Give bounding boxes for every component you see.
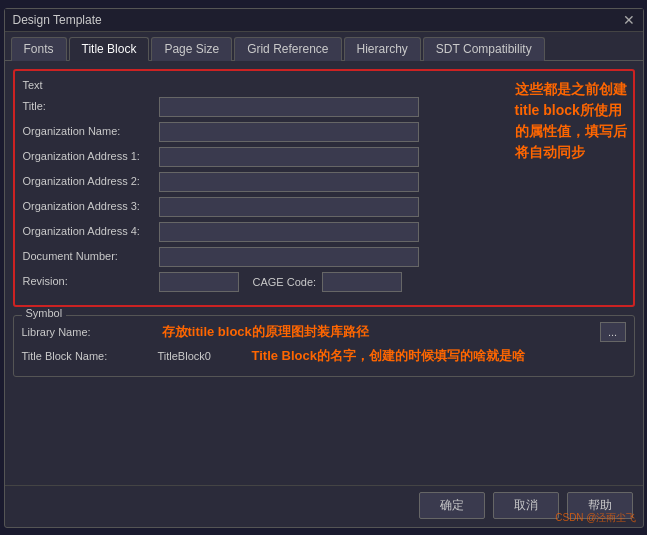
- revision-input[interactable]: [159, 272, 239, 292]
- tab-grid-reference[interactable]: Grid Reference: [234, 37, 341, 61]
- footer: 确定 取消 帮助: [5, 485, 643, 527]
- titleblock-name-value: TitleBlock0: [158, 350, 238, 362]
- title-bar: Design Template ✕: [5, 9, 643, 32]
- main-window: Design Template ✕ Fonts Title Block Page…: [4, 8, 644, 528]
- org-addr2-input[interactable]: [159, 172, 419, 192]
- cage-code-label: CAGE Code:: [253, 276, 317, 288]
- titleblock-row: Title Block Name: TitleBlock0 Title Bloc…: [22, 347, 626, 365]
- window-title: Design Template: [13, 13, 102, 27]
- tab-fonts[interactable]: Fonts: [11, 37, 67, 61]
- symbol-section-title: Symbol: [22, 307, 67, 319]
- library-annotation: 存放titile block的原理图封装库路径: [162, 323, 594, 341]
- text-section-label: Text: [23, 79, 625, 91]
- revision-label: Revision:: [23, 274, 153, 288]
- org-addr4-label: Organization Address 4:: [23, 224, 153, 238]
- browse-button[interactable]: ...: [600, 322, 626, 342]
- title-row: Title:: [23, 97, 625, 117]
- org-name-input[interactable]: [159, 122, 419, 142]
- tab-hierarchy[interactable]: Hierarchy: [344, 37, 421, 61]
- tab-page-size[interactable]: Page Size: [151, 37, 232, 61]
- org-addr4-row: Organization Address 4:: [23, 222, 625, 242]
- close-button[interactable]: ✕: [623, 13, 635, 27]
- cancel-button[interactable]: 取消: [493, 492, 559, 519]
- titleblock-label: Title Block Name:: [22, 350, 152, 362]
- org-addr1-input[interactable]: [159, 147, 419, 167]
- org-addr3-row: Organization Address 3:: [23, 197, 625, 217]
- tab-bar: Fonts Title Block Page Size Grid Referen…: [5, 32, 643, 61]
- title-label: Title:: [23, 99, 153, 113]
- org-addr1-label: Organization Address 1:: [23, 149, 153, 163]
- content-area: Text Title: Organization Name: Organizat…: [5, 61, 643, 485]
- text-section: Text Title: Organization Name: Organizat…: [13, 69, 635, 307]
- library-label: Library Name:: [22, 326, 152, 338]
- confirm-button[interactable]: 确定: [419, 492, 485, 519]
- tab-title-block[interactable]: Title Block: [69, 37, 150, 61]
- symbol-section: Symbol Library Name: 存放titile block的原理图封…: [13, 315, 635, 377]
- library-row: Library Name: 存放titile block的原理图封装库路径 ..…: [22, 322, 626, 342]
- org-addr2-label: Organization Address 2:: [23, 174, 153, 188]
- cage-code-input[interactable]: [322, 272, 402, 292]
- doc-number-label: Document Number:: [23, 249, 153, 263]
- org-addr2-row: Organization Address 2:: [23, 172, 625, 192]
- title-input[interactable]: [159, 97, 419, 117]
- watermark: CSDN @泾雨尘飞: [555, 511, 636, 525]
- revision-row: Revision: CAGE Code:: [23, 272, 625, 292]
- org-addr3-label: Organization Address 3:: [23, 199, 153, 213]
- tab-sdt-compatibility[interactable]: SDT Compatibility: [423, 37, 545, 61]
- doc-number-input[interactable]: [159, 247, 419, 267]
- org-name-row: Organization Name:: [23, 122, 625, 142]
- org-addr1-row: Organization Address 1:: [23, 147, 625, 167]
- org-name-label: Organization Name:: [23, 124, 153, 138]
- titleblock-annotation: Title Block的名字，创建的时候填写的啥就是啥: [252, 347, 526, 365]
- doc-number-row: Document Number:: [23, 247, 625, 267]
- org-addr3-input[interactable]: [159, 197, 419, 217]
- org-addr4-input[interactable]: [159, 222, 419, 242]
